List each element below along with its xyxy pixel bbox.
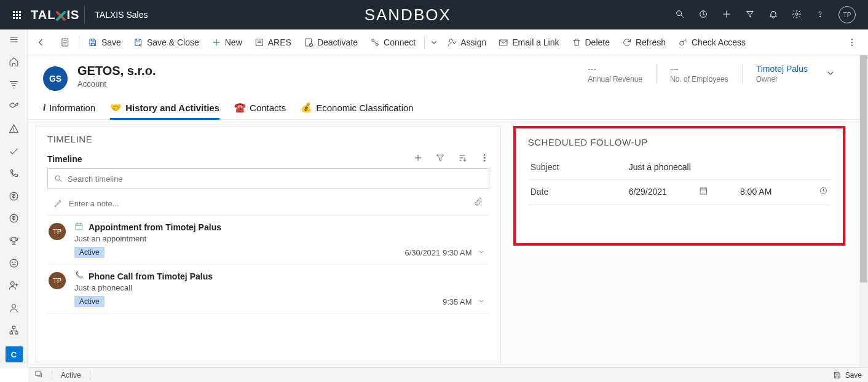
chevron-down-icon[interactable] [477,248,486,258]
record-title: GETOS, s.r.o. [77,64,156,78]
phone-icon [74,271,84,282]
followup-subject-value[interactable]: Just a phonecall [629,162,691,172]
delete-button[interactable]: Delete [566,34,616,51]
rail-sitemap-icon[interactable] [4,324,24,336]
svg-point-8 [12,262,13,263]
left-rail: C [0,29,28,368]
rail-tag-icon[interactable] [4,100,24,112]
svg-rect-32 [700,188,706,194]
email-link-button[interactable]: Email a Link [492,34,565,51]
svg-point-29 [484,160,485,162]
svg-point-30 [55,176,60,180]
refresh-button[interactable]: Refresh [616,34,672,51]
record-header: GS GETOS, s.r.o. Account --- Annual Reve… [28,55,868,91]
back-button[interactable] [32,37,50,47]
search-icon[interactable] [675,9,685,21]
deactivate-button[interactable]: Deactivate [298,34,364,51]
svg-point-2 [795,13,798,15]
rail-home-icon[interactable] [4,55,24,68]
timeline-activity[interactable]: TP Appointment from Timotej Palus Just a… [47,216,489,265]
rail-warning-icon[interactable] [4,123,24,135]
rail-phone-icon[interactable] [4,168,24,180]
activity-description: Just an appointment [74,234,486,243]
clock-picker-icon[interactable] [819,186,828,197]
timeline-search-input[interactable]: Search timeline [47,168,489,189]
save-button[interactable]: Save [82,34,127,51]
svg-point-3 [819,16,820,17]
assistant-icon[interactable] [698,9,708,21]
footer-save-button[interactable]: Save [833,371,862,380]
activity-status-badge: Active [74,296,105,307]
timeline-filter-icon[interactable] [435,153,445,165]
assign-button[interactable]: Assign [441,34,492,51]
footer-status-bar: Active Save [28,367,868,382]
connect-dropdown-icon[interactable] [427,37,441,47]
svg-point-24 [851,39,853,40]
rail-bottom-letter[interactable]: C [4,346,24,362]
settings-gear-icon[interactable] [792,9,802,21]
calendar-picker-icon[interactable] [699,186,708,197]
help-icon[interactable] [815,9,825,21]
user-avatar[interactable]: TP [838,6,856,23]
add-icon[interactable] [722,9,732,21]
activity-title: Appointment from Timotej Palus [89,222,221,232]
tab-information[interactable]: iInformation [43,102,95,119]
new-button[interactable]: New [205,34,248,51]
rail-trophy-icon[interactable] [4,235,24,247]
timeline-note-placeholder: Enter a note... [69,199,119,208]
header-num-employees[interactable]: --- No. of Employees [670,64,728,84]
timeline-sort-icon[interactable] [457,153,467,165]
tab-contacts[interactable]: ☎️Contacts [234,102,286,119]
footer-popout-icon[interactable] [34,370,43,380]
attachment-icon[interactable] [474,198,483,209]
svg-rect-34 [36,371,40,375]
svg-point-4 [14,131,14,132]
activity-timestamp: 6/30/2021 9:30 AM [404,248,471,257]
rail-dollar-icon[interactable] [4,190,24,202]
save-close-button[interactable]: Save & Close [127,34,205,51]
tab-history-activities[interactable]: 🤝History and Activities [110,102,219,119]
rail-face-icon[interactable] [4,257,24,269]
rail-funnel-icon[interactable] [4,78,24,90]
connect-button[interactable]: Connect [364,34,422,51]
bell-icon[interactable] [768,9,778,21]
followup-date-value[interactable]: 6/29/2021 [629,187,667,197]
svg-point-21 [449,39,452,42]
followup-subject-label: Subject [531,162,629,172]
activity-timestamp: 9:35 AM [443,297,472,306]
rail-dollar2-icon[interactable] [4,212,24,224]
rail-person-add-icon[interactable] [4,279,24,292]
tabs: iInformation 🤝History and Activities ☎️C… [28,91,868,120]
environment-label: SANDBOX [148,6,668,25]
chevron-down-icon[interactable] [477,297,486,307]
header-expand-icon[interactable] [821,68,836,80]
timeline-activity[interactable]: TP Phone Call from Timotej Palus Just a … [47,265,489,314]
svg-rect-22 [500,40,507,45]
scrollbar-vertical[interactable] [859,55,868,368]
svg-rect-31 [76,224,82,230]
rail-check-icon[interactable] [4,145,24,157]
rail-person-icon[interactable] [4,302,24,314]
command-overflow-icon[interactable] [841,34,863,51]
activity-description: Just a phonecall [74,283,486,292]
followup-time-value[interactable]: 8:00 AM [740,187,771,197]
timeline-more-icon[interactable] [479,153,489,165]
footer-status: Active [61,371,81,380]
svg-point-26 [851,44,853,45]
app-launcher-icon[interactable] [5,11,28,19]
ares-button[interactable]: ARES [248,34,298,51]
rail-hamburger-icon[interactable] [4,33,24,45]
check-access-button[interactable]: Check Access [672,34,752,51]
header-owner[interactable]: Timotej Palus Owner [756,64,808,84]
timeline-note-input[interactable]: Enter a note... [47,193,489,216]
header-annual-revenue[interactable]: --- Annual Revenue [588,64,642,84]
filter-icon[interactable] [745,9,755,21]
svg-point-25 [851,41,853,42]
form-selector-icon[interactable] [54,34,76,51]
timeline-search-placeholder: Search timeline [68,174,123,184]
svg-point-0 [677,10,682,15]
tab-economic-classification[interactable]: 💰Economic Classification [301,102,413,119]
timeline-add-icon[interactable] [413,153,423,165]
activity-avatar: TP [49,223,66,240]
brand-logo[interactable]: TALIS [28,6,85,24]
